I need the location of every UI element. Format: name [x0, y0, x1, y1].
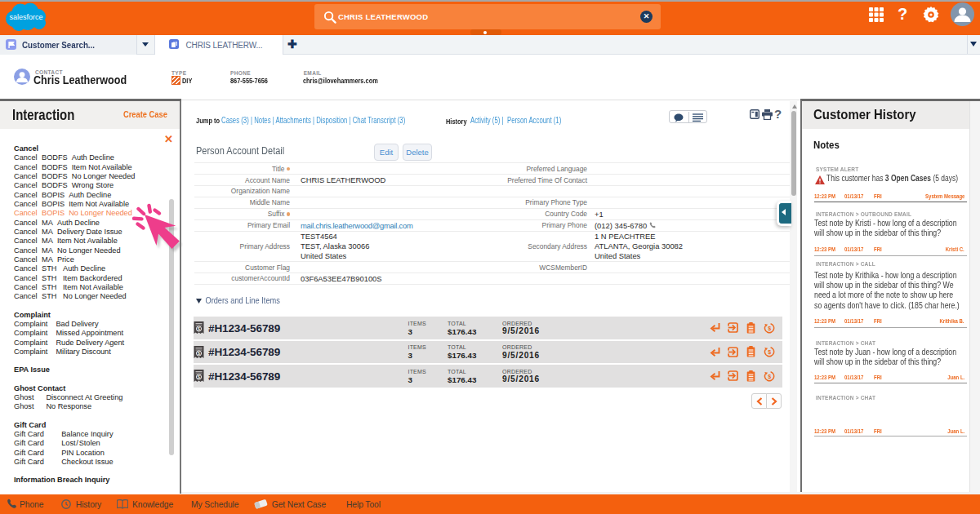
svg-text:$: $ [768, 349, 771, 356]
svg-text:salesforce: salesforce [9, 13, 42, 21]
svg-text:$: $ [768, 373, 771, 379]
svg-text:$: $ [768, 325, 771, 331]
